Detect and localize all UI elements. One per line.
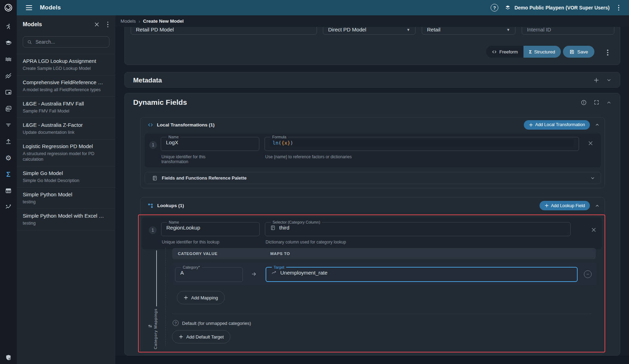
search-icon <box>27 39 32 45</box>
trends-icon[interactable] <box>0 67 17 84</box>
main-content: Models › Create New Model Direct PD Mode… <box>115 15 629 364</box>
category-field[interactable]: Category* A <box>175 265 243 282</box>
lookups-title: Lookups (1) <box>157 203 184 208</box>
lookup-name-field[interactable]: Name RegionLookup <box>161 220 260 236</box>
settings-icon[interactable]: ⚙ <box>0 150 17 166</box>
fullscreen-icon[interactable] <box>594 100 599 105</box>
add-lookup-field-button[interactable]: Add Lookup Field <box>540 201 590 210</box>
breadcrumb-models[interactable]: Models <box>121 19 136 24</box>
gear-glyph: ⚙ <box>5 154 12 161</box>
model-form-card: Direct PD Model ▼ Retail ▼ Freeform Σ <box>124 27 620 65</box>
model-title: Comprehensive FieldReference … <box>23 79 110 86</box>
list-item[interactable]: Simple Go Model Simple Go Model Descript… <box>17 166 115 188</box>
mappings-separator <box>165 248 166 345</box>
add-mapping-button[interactable]: Add Mapping <box>177 291 225 304</box>
target-field[interactable]: Target Unemployment_rate <box>266 265 578 282</box>
models-sigma-icon[interactable]: Σ <box>0 166 17 182</box>
list-item[interactable]: APRA LGD Lookup Assignment Create Sample… <box>17 54 115 75</box>
model-type-select[interactable]: Direct PD Model ▼ <box>323 27 415 35</box>
local-transformations-title: Local Transformations (1) <box>157 122 215 128</box>
internal-id-field[interactable] <box>522 27 614 35</box>
plus-icon <box>183 295 188 300</box>
collapse-chevron-icon[interactable] <box>606 100 612 105</box>
search-box <box>23 36 109 48</box>
gallery-icon[interactable] <box>0 100 17 117</box>
admin-shield-icon[interactable] <box>0 354 17 361</box>
icon-rail: ⚙ Σ <box>0 0 17 364</box>
freeform-label: Freeform <box>499 49 518 54</box>
reference-palette-bar[interactable]: Fields and Functions Reference Palette <box>145 172 601 184</box>
model-name-input[interactable] <box>136 27 312 32</box>
sidebar-kebab-icon[interactable] <box>105 20 111 29</box>
education-icon[interactable] <box>0 35 17 51</box>
waves-icon[interactable] <box>0 51 17 67</box>
target-field-value: Unemployment_rate <box>280 270 327 276</box>
save-button[interactable]: Save <box>563 46 594 58</box>
model-name-field[interactable] <box>131 27 317 35</box>
mapping-table-header: CATEGORY VALUE MAPS TO <box>172 248 596 259</box>
breadcrumb-current: Create New Model <box>143 19 183 24</box>
models-sidebar: Models APRA LGD Lookup Assignment Create… <box>17 15 115 364</box>
plus-icon <box>179 334 183 339</box>
list-item[interactable]: Logistic Regression PD Model A structure… <box>17 139 115 166</box>
metadata-expand-chevron-icon[interactable] <box>606 78 612 83</box>
filter-icon[interactable] <box>0 117 17 133</box>
transformation-name-field[interactable]: Name LogX <box>161 135 259 151</box>
menu-icon[interactable] <box>26 5 32 10</box>
topbar-kebab-icon[interactable] <box>616 3 622 12</box>
remove-lookup-icon[interactable] <box>591 227 597 233</box>
remove-mapping-icon[interactable] <box>584 270 592 278</box>
list-item[interactable]: L&GE - Australia Z-Factor Update documen… <box>17 118 115 139</box>
name-field-label: Name <box>167 135 180 139</box>
name-field-value: RegionLookup <box>166 224 255 233</box>
freeform-toggle[interactable]: Freeform <box>486 46 523 58</box>
mappings-legend-line <box>156 250 157 306</box>
search-input[interactable] <box>35 39 105 45</box>
local-transformations-chevron-icon[interactable] <box>595 122 600 127</box>
page-bottom-gap <box>115 356 629 364</box>
structured-toggle[interactable]: Σ Structured <box>523 46 561 58</box>
selector-field-label: Selector (Category Column) <box>271 220 322 224</box>
info-icon[interactable] <box>581 100 587 105</box>
list-item[interactable]: L&GE - Australia FMV Fall Sample FMV Fal… <box>17 97 115 118</box>
form-kebab-icon[interactable] <box>605 48 610 57</box>
lookup-selector-helper: Dictionary column used for category look… <box>266 240 346 245</box>
tables-icon[interactable] <box>0 182 17 199</box>
app-root: ⚙ Σ Models ? <box>0 0 629 364</box>
help-icon[interactable]: ? <box>491 4 498 12</box>
model-list: APRA LGD Lookup Assignment Create Sample… <box>17 54 115 230</box>
internal-id-input[interactable] <box>527 27 609 32</box>
chevron-down-icon: ▼ <box>406 28 410 32</box>
lookups-chevron-icon[interactable] <box>595 203 600 208</box>
upload-icon[interactable] <box>0 133 17 150</box>
lookup-selector-field[interactable]: Selector (Category Column) third <box>265 220 571 236</box>
reference-palette-label: Fields and Functions Reference Palette <box>162 175 247 181</box>
palette-chevron-icon[interactable] <box>590 176 595 181</box>
add-local-transformation-button[interactable]: Add Local Transformation <box>524 120 590 130</box>
add-lookup-field-label: Add Lookup Field <box>551 203 585 208</box>
remove-transformation-icon[interactable] <box>588 140 593 146</box>
list-item[interactable]: Simple Python Model testing <box>17 188 115 209</box>
model-title: Simple Go Model <box>23 170 110 177</box>
workspace-selector[interactable]: Demo Public Playpen (VOR Super Users) <box>505 5 609 11</box>
add-default-target-button[interactable]: Add Default Target <box>172 330 230 343</box>
runner-icon[interactable] <box>0 18 17 35</box>
insights-icon[interactable] <box>0 199 17 215</box>
transformation-formula-field[interactable]: Formula ln({x}) <box>265 135 579 151</box>
list-item[interactable]: Simple Python Model with Excel … testing <box>17 209 115 230</box>
default-separator <box>172 314 592 314</box>
add-metadata-icon[interactable] <box>593 77 599 83</box>
category-select[interactable]: Retail ▼ <box>422 27 515 35</box>
close-icon[interactable] <box>94 22 100 27</box>
palette-book-icon <box>152 175 158 181</box>
model-title: APRA LGD Lookup Assignment <box>23 58 110 65</box>
chevron-down-icon: ▼ <box>506 28 510 32</box>
plus-icon <box>544 203 549 208</box>
name-field-label: Name <box>167 220 181 224</box>
picture-in-picture-icon[interactable] <box>0 84 17 100</box>
layers-icon <box>505 5 511 11</box>
list-item[interactable]: Comprehensive FieldReference … A model t… <box>17 75 115 97</box>
question-icon: ? <box>173 320 179 326</box>
app-logo-icon[interactable] <box>0 0 17 15</box>
model-subtitle: A model testing all FieldReference types <box>23 87 110 93</box>
